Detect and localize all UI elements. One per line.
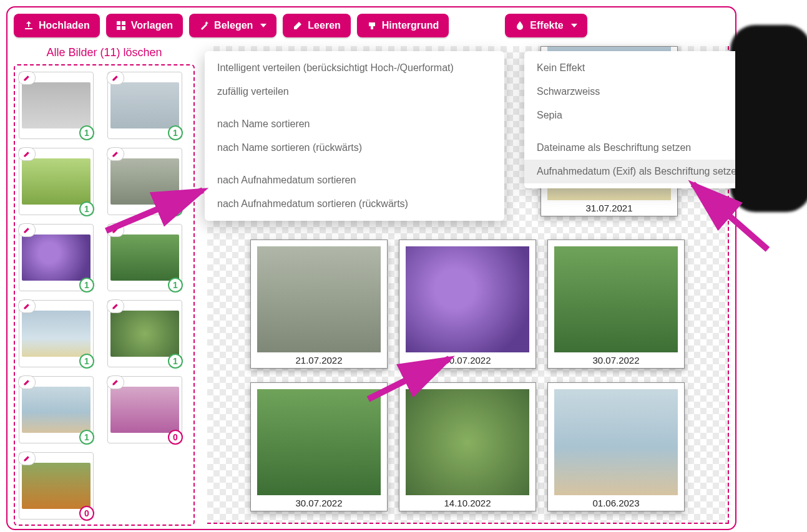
menu-zufaellig-verteilen[interactable]: zufällig verteilen (205, 80, 504, 104)
pencil-icon[interactable] (107, 147, 124, 161)
thumbnail[interactable]: 1 (19, 376, 94, 443)
upload-icon (24, 21, 34, 31)
thumbnail[interactable]: 0 (107, 376, 182, 443)
delete-all-link[interactable]: Alle Bilder (11) löschen (14, 46, 195, 59)
polaroid-caption: 30.07.2022 (406, 352, 529, 365)
pencil-icon[interactable] (107, 375, 124, 389)
pencil-icon[interactable] (107, 299, 124, 313)
decorative-shadow (730, 25, 807, 212)
menu-schwarzweiss[interactable]: Schwarzweiss (524, 80, 736, 104)
thumbnail[interactable]: 1 (107, 224, 182, 291)
chevron-down-icon (260, 24, 267, 27)
menu-kein-effekt[interactable]: Kein Effekt (524, 56, 736, 80)
background-button[interactable]: Hintergrund (357, 14, 449, 37)
polaroid-image (257, 246, 381, 352)
templates-button[interactable]: Vorlagen (106, 14, 183, 37)
polaroid-image (554, 246, 678, 352)
usage-badge: 1 (79, 354, 94, 369)
effects-label: Effekte (530, 20, 563, 31)
usage-badge: 1 (168, 278, 183, 293)
upload-label: Hochladen (39, 20, 90, 31)
thumbnail[interactable]: 1 (107, 72, 182, 139)
polaroid-image (406, 389, 529, 495)
thumbnail-image (22, 387, 90, 433)
eraser-icon (293, 21, 303, 31)
thumbnail-image (22, 82, 90, 128)
polaroid-card[interactable]: 14.10.2022 (399, 382, 536, 511)
effects-button[interactable]: Effekte (505, 14, 587, 37)
thumbnail-image (110, 387, 179, 433)
assign-dropdown: Intelligent verteilen (berücksichtigt Ho… (205, 51, 504, 221)
thumbnail-image (22, 311, 90, 357)
thumbnail[interactable]: 1 (19, 72, 94, 139)
pencil-icon[interactable] (18, 375, 36, 389)
sidebar: Alle Bilder (11) löschen 11111111100 (14, 46, 195, 524)
app-frame: Hochladen Vorlagen Belegen Leeren Hinter… (6, 6, 736, 530)
thumbnail[interactable]: 1 (107, 300, 182, 367)
toolbar-spacer (455, 14, 499, 37)
thumbnail-image (110, 235, 179, 281)
pencil-icon[interactable] (107, 223, 124, 237)
clear-button[interactable]: Leeren (283, 14, 350, 37)
thumbnail-image (110, 158, 179, 205)
menu-sort-date-rev[interactable]: nach Aufnahmedatum sortieren (rückwärts) (205, 192, 504, 216)
polaroid-caption: 30.07.2022 (554, 352, 678, 365)
menu-sepia[interactable]: Sepia (524, 104, 736, 127)
grid-icon (116, 21, 126, 31)
menu-sort-date[interactable]: nach Aufnahmedatum sortieren (205, 168, 504, 192)
polaroid-caption: 21.07.2022 (257, 352, 381, 365)
usage-badge: 1 (168, 354, 183, 369)
thumbnail-image (22, 158, 90, 205)
droplet-icon (515, 21, 525, 31)
thumbnail-image (22, 235, 90, 281)
usage-badge: 0 (168, 430, 183, 445)
menu-sort-name[interactable]: nach Name sortieren (205, 112, 504, 136)
menu-sort-name-rev[interactable]: nach Name sortieren (rückwärts) (205, 136, 504, 160)
polaroid-image (257, 389, 381, 495)
clear-label: Leeren (308, 20, 340, 31)
pencil-icon[interactable] (18, 147, 36, 161)
polaroid-card[interactable]: 01.06.2023 (547, 382, 685, 511)
usage-badge: 0 (79, 506, 94, 521)
pencil-icon[interactable] (18, 71, 36, 85)
polaroid-card[interactable]: 30.07.2022 (250, 382, 388, 511)
templates-label: Vorlagen (131, 20, 173, 31)
polaroid-caption: 01.06.2023 (554, 495, 678, 508)
thumbnail[interactable]: 1 (19, 148, 94, 215)
pencil-icon[interactable] (18, 299, 36, 313)
thumbnail[interactable]: 0 (19, 452, 94, 520)
thumbnail-image (22, 463, 90, 509)
usage-badge: 1 (79, 278, 94, 293)
polaroid-card[interactable]: 30.07.2022 (547, 239, 685, 369)
pencil-icon[interactable] (18, 452, 36, 465)
menu-intelligent-verteilen[interactable]: Intelligent verteilen (berücksichtigt Ho… (205, 56, 504, 80)
thumbnail-image (110, 82, 179, 128)
thumbnail[interactable]: 1 (19, 224, 94, 291)
assign-label: Belegen (214, 20, 253, 31)
polaroid-caption: 30.07.2022 (257, 495, 381, 508)
thumbnail-grid: 11111111100 (14, 64, 195, 526)
polaroid-caption: 31.07.2021 (547, 200, 671, 213)
pencil-icon[interactable] (107, 71, 124, 85)
upload-button[interactable]: Hochladen (14, 14, 100, 37)
pencil-icon[interactable] (18, 223, 36, 237)
toolbar: Hochladen Vorlagen Belegen Leeren Hinter… (14, 14, 729, 37)
usage-badge: 1 (79, 430, 94, 445)
effects-dropdown: Kein Effekt Schwarzweiss Sepia Dateiname… (524, 51, 736, 188)
polaroid-card[interactable]: 21.07.2022 (250, 239, 388, 369)
thumbnail[interactable]: 1 (107, 148, 182, 215)
paint-icon (367, 21, 377, 31)
thumbnail-image (110, 311, 179, 357)
polaroid-image (406, 246, 529, 352)
chevron-down-icon (571, 24, 577, 27)
polaroid-caption: 14.10.2022 (406, 495, 529, 508)
polaroid-card[interactable]: 30.07.2022 (399, 239, 536, 369)
wand-icon (199, 21, 209, 31)
usage-badge: 1 (79, 201, 94, 216)
menu-aufnahmedatum-beschriftung[interactable]: Aufnahmedatum (Exif) als Beschriftung se… (524, 160, 736, 183)
assign-button[interactable]: Belegen (189, 14, 276, 37)
thumbnail[interactable]: 1 (19, 300, 94, 367)
usage-badge: 1 (79, 125, 94, 140)
menu-dateiname-beschriftung[interactable]: Dateiname als Beschriftung setzen (524, 136, 736, 160)
usage-badge: 1 (168, 201, 183, 216)
